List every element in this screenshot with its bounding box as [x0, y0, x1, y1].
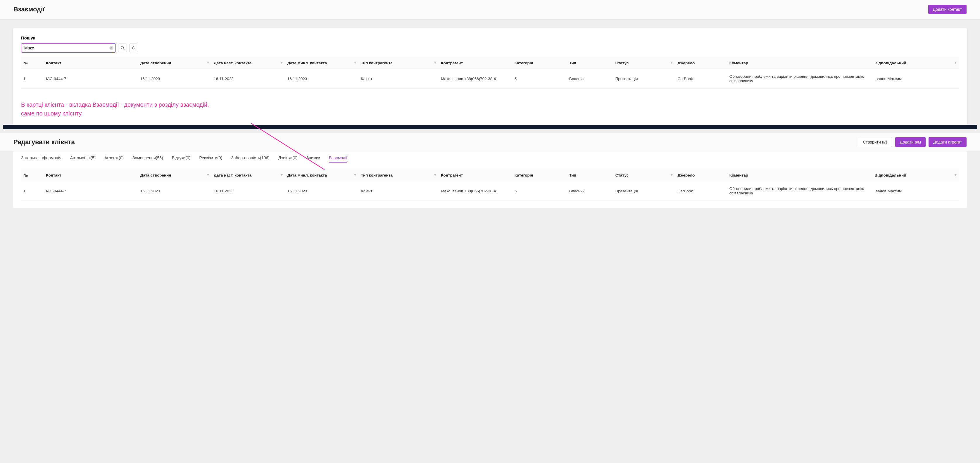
- tab-aggregate[interactable]: Агрегат(0): [104, 156, 124, 162]
- col-type[interactable]: Тип: [567, 57, 613, 69]
- cell-status: Презентація: [613, 69, 675, 89]
- client-tabs: Загальна інформація Автомобілі(5) Агрега…: [21, 156, 959, 165]
- cell-cpty: Макс Іванов +38(066)702-38-41: [439, 69, 512, 89]
- cell-resp: Іванов Максим: [872, 181, 959, 201]
- cell-comment: Обговорили проблеми та варіанти рішення,…: [727, 69, 872, 89]
- col-next[interactable]: Дата наст. контакта: [212, 57, 285, 69]
- col-contact[interactable]: Контакт: [44, 170, 138, 181]
- search-input[interactable]: [21, 43, 116, 53]
- col-num[interactable]: №: [21, 57, 44, 69]
- table-row[interactable]: 1 IAC-9444-7 16.11.2023 16.11.2023 16.11…: [21, 69, 959, 89]
- col-last[interactable]: Дата минл. контакта: [285, 57, 358, 69]
- cell-source: CarBook: [675, 69, 727, 89]
- cell-type: Власник: [567, 69, 613, 89]
- cell-last: 16.11.2023: [285, 181, 358, 201]
- col-num[interactable]: №: [21, 170, 44, 181]
- cell-cat: 5: [512, 181, 567, 201]
- cell-contact: IAC-9444-7: [44, 69, 138, 89]
- svg-point-0: [121, 46, 124, 49]
- search-row: [21, 43, 959, 53]
- add-aggregate-button[interactable]: Додати агрегат: [929, 137, 967, 147]
- cell-resp: Іванов Максим: [872, 69, 959, 89]
- tab-vehicles[interactable]: Автомобілі(5): [70, 156, 95, 162]
- cell-created: 16.11.2023: [138, 69, 212, 89]
- edit-client-header: Редагувати клієнта Створити н/з Додати а…: [0, 133, 980, 151]
- filter-icon[interactable]: [207, 173, 210, 177]
- col-status[interactable]: Статус: [613, 170, 675, 181]
- col-cpty[interactable]: Контрагент: [439, 57, 512, 69]
- filter-icon[interactable]: [434, 173, 437, 177]
- add-contact-button[interactable]: Додати контакт: [928, 5, 967, 14]
- search-label: Пошук: [21, 35, 959, 40]
- filter-icon[interactable]: [280, 61, 283, 65]
- col-resp[interactable]: Відповідальний: [872, 170, 959, 181]
- cell-ctype: Клієнт: [358, 69, 439, 89]
- col-comment[interactable]: Коментар: [727, 170, 872, 181]
- col-comment[interactable]: Коментар: [727, 57, 872, 69]
- create-order-button[interactable]: Створити н/з: [858, 137, 892, 147]
- col-cat[interactable]: Категорія: [512, 57, 567, 69]
- header-buttons: Створити н/з Додати а/м Додати агрегат: [858, 137, 967, 147]
- cell-comment: Обговорили проблеми та варіанти рішення,…: [727, 181, 872, 201]
- cell-last: 16.11.2023: [285, 69, 358, 89]
- cell-ctype: Клієнт: [358, 181, 439, 201]
- filter-icon[interactable]: [353, 173, 357, 177]
- filter-icon[interactable]: [954, 61, 957, 65]
- search-button[interactable]: [118, 43, 127, 53]
- filter-icon[interactable]: [670, 173, 673, 177]
- cell-num: 1: [21, 181, 44, 201]
- filter-icon[interactable]: [280, 173, 283, 177]
- col-created[interactable]: Дата створення: [138, 170, 212, 181]
- col-source[interactable]: Джерело: [675, 57, 727, 69]
- search-input-wrap: [21, 43, 116, 53]
- tab-discounts[interactable]: Знижки: [306, 156, 320, 162]
- col-status[interactable]: Статус: [613, 57, 675, 69]
- add-vehicle-button[interactable]: Додати а/м: [895, 137, 926, 147]
- cell-num: 1: [21, 69, 44, 89]
- client-interactions-table: № Контакт Дата створення Дата наст. конт…: [21, 170, 959, 201]
- filter-icon[interactable]: [434, 61, 437, 65]
- col-source[interactable]: Джерело: [675, 170, 727, 181]
- col-ctype[interactable]: Тип контрагента: [358, 57, 439, 69]
- tab-calls[interactable]: Дзвінки(0): [278, 156, 298, 162]
- col-created[interactable]: Дата створення: [138, 57, 212, 69]
- refresh-button[interactable]: [129, 43, 138, 53]
- client-card: Загальна інформація Автомобілі(5) Агрега…: [13, 151, 967, 208]
- tab-general[interactable]: Загальна інформація: [21, 156, 61, 162]
- filter-icon[interactable]: [670, 61, 673, 65]
- cell-contact: IAC-9444-7: [44, 181, 138, 201]
- interactions-card: Пошук № Контакт Дата створення Дата наст…: [13, 29, 967, 125]
- filter-icon[interactable]: [954, 173, 957, 177]
- page-header-interactions: Взаємодії Додати контакт: [0, 0, 980, 19]
- clear-input-icon[interactable]: [109, 46, 113, 50]
- tab-orders[interactable]: Замовлення(56): [132, 156, 163, 162]
- col-ctype[interactable]: Тип контрагента: [358, 170, 439, 181]
- cell-next: 16.11.2023: [212, 181, 285, 201]
- table-row[interactable]: 1 IAC-9444-7 16.11.2023 16.11.2023 16.11…: [21, 181, 959, 201]
- col-contact[interactable]: Контакт: [44, 57, 138, 69]
- nav-strip: [3, 125, 977, 129]
- col-resp[interactable]: Відповідальний: [872, 57, 959, 69]
- annotation-text: В картці клієнта - вкладка Взаємодії - д…: [21, 100, 284, 118]
- col-cpty[interactable]: Контрагент: [439, 170, 512, 181]
- cell-type: Власник: [567, 181, 613, 201]
- cell-source: CarBook: [675, 181, 727, 201]
- table-header-row: № Контакт Дата створення Дата наст. конт…: [21, 57, 959, 69]
- annotation-line1: В картці клієнта - вкладка Взаємодії - д…: [21, 100, 284, 109]
- cell-status: Презентація: [613, 181, 675, 201]
- table-header-row: № Контакт Дата створення Дата наст. конт…: [21, 170, 959, 181]
- cell-cat: 5: [512, 69, 567, 89]
- col-next[interactable]: Дата наст. контакта: [212, 170, 285, 181]
- tab-interactions[interactable]: Взаємодії: [329, 156, 347, 162]
- tab-reviews[interactable]: Відгуки(0): [172, 156, 191, 162]
- cell-cpty: Макс Іванов +38(066)702-38-41: [439, 181, 512, 201]
- filter-icon[interactable]: [353, 61, 357, 65]
- filter-icon[interactable]: [207, 61, 210, 65]
- col-last[interactable]: Дата минл. контакта: [285, 170, 358, 181]
- tab-debt[interactable]: Заборгованість(106): [231, 156, 270, 162]
- edit-client-title: Редагувати клієнта: [13, 138, 75, 146]
- tab-requisites[interactable]: Реквізити(0): [199, 156, 223, 162]
- col-type[interactable]: Тип: [567, 170, 613, 181]
- cell-created: 16.11.2023: [138, 181, 212, 201]
- col-cat[interactable]: Категорія: [512, 170, 567, 181]
